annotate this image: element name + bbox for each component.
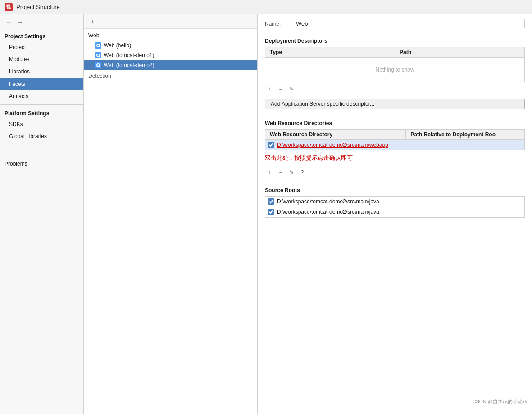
detail-panel: Name: Deployment Descriptors Type Path N… — [258, 14, 532, 414]
sidebar-item-global-libraries[interactable]: Global Libraries — [0, 130, 83, 143]
tree-detection-label: Detection — [84, 70, 257, 82]
deployment-mini-toolbar: + − ✎ — [258, 82, 532, 96]
tree-add-button[interactable]: + — [87, 17, 97, 27]
tree-item-web-tomcat-demo1[interactable]: Web (tomcat-demo1) — [84, 50, 257, 60]
nothing-to-show: Nothing to show — [265, 58, 524, 82]
web-facet-icon-demo1 — [95, 52, 102, 59]
name-row: Name: — [258, 14, 532, 33]
project-settings-header: Project Settings — [0, 30, 83, 41]
sr-row-1: D:\workspace\tomcat-demo2\src\main\java — [265, 207, 524, 217]
wr-help-btn[interactable]: ? — [297, 167, 307, 177]
sidebar-item-project[interactable]: Project — [0, 41, 83, 54]
project-structure-window: 🏗 Project Structure ← → Project Settings… — [0, 0, 532, 414]
sr-row-0-checkbox[interactable] — [268, 198, 274, 205]
back-button[interactable]: ← — [4, 17, 14, 27]
tree-panel: + − Web Web (hello) Web (tomcat-demo1) — [84, 14, 258, 414]
wr-row-checkbox[interactable] — [268, 142, 274, 148]
watermark: CSDN @自学cs的小菜鸡 — [473, 398, 527, 405]
sidebar-item-facets[interactable]: Facets — [0, 78, 83, 90]
web-resource-title: Web Resource Directories — [258, 116, 532, 129]
wr-row-path[interactable]: D:\workspace\tomcat-demo2\src\main\webap… — [277, 142, 388, 148]
nav-buttons: ← → — [0, 14, 83, 30]
source-roots-title: Source Roots — [258, 183, 532, 196]
sidebar-item-modules[interactable]: Modules — [0, 54, 83, 66]
sidebar-item-problems[interactable]: Problems — [0, 159, 83, 169]
wr-add-btn[interactable]: + — [265, 167, 275, 177]
window-title: Project Structure — [16, 4, 60, 10]
sr-row-0-path: D:\workspace\tomcat-demo2\src\main\java — [277, 198, 379, 205]
name-input[interactable] — [293, 19, 525, 28]
deployment-edit-btn[interactable]: ✎ — [286, 84, 296, 94]
tree-item-web-tomcat-demo2[interactable]: Web (tomcat-demo2) — [84, 60, 257, 70]
deployment-descriptors-title: Deployment Descriptors — [258, 33, 532, 47]
tree-item-label-demo2: Web (tomcat-demo2) — [104, 62, 154, 68]
main-content: ← → Project Settings Project Modules Lib… — [0, 14, 532, 414]
tree-item-web-hello[interactable]: Web (hello) — [84, 40, 257, 50]
sidebar-divider-1 — [0, 104, 83, 105]
wr-table: Web Resource Directory Path Relative to … — [265, 129, 525, 150]
tree-item-label-hello: Web (hello) — [104, 42, 131, 49]
deployment-add-btn[interactable]: + — [265, 84, 275, 94]
sr-row-1-path: D:\workspace\tomcat-demo2\src\main\java — [277, 209, 379, 215]
type-header: Type — [265, 47, 395, 57]
deployment-table: Type Path Nothing to show — [265, 47, 525, 82]
tree-item-label-demo1: Web (tomcat-demo1) — [104, 52, 154, 58]
sr-table: D:\workspace\tomcat-demo2\src\main\java … — [265, 196, 525, 218]
wr-dir-header: Web Resource Directory — [265, 130, 406, 140]
forward-button[interactable]: → — [15, 17, 25, 27]
sidebar-item-artifacts[interactable]: Artifacts — [0, 90, 83, 103]
tree-content: Web Web (hello) Web (tomcat-demo1) — [84, 29, 257, 414]
add-descriptor-button[interactable]: Add Application Server specific descript… — [265, 99, 525, 109]
web-facet-icon-hello — [95, 42, 102, 49]
sr-row-0: D:\workspace\tomcat-demo2\src\main\java — [265, 197, 524, 207]
sidebar-item-sdks[interactable]: SDKs — [0, 118, 83, 130]
name-field-label: Name: — [265, 21, 287, 27]
tree-remove-button[interactable]: − — [99, 17, 109, 27]
source-roots-section: Source Roots D:\workspace\tomcat-demo2\s… — [258, 183, 532, 218]
tree-toolbar: + − — [84, 14, 257, 29]
wr-mini-toolbar: + − ✎ ? — [258, 166, 532, 179]
path-header: Path — [395, 47, 524, 57]
sr-row-1-checkbox[interactable] — [268, 209, 274, 215]
hint-text: 双击此处，按照提示点击确认即可 — [258, 150, 532, 166]
wr-path-header: Path Relative to Deployment Roo — [406, 130, 524, 140]
wr-table-header: Web Resource Directory Path Relative to … — [265, 130, 524, 140]
wr-edit-btn[interactable]: ✎ — [286, 167, 296, 177]
tree-group-web: Web — [84, 31, 257, 40]
titlebar: 🏗 Project Structure — [0, 0, 532, 14]
deployment-table-header: Type Path — [265, 47, 524, 58]
wr-row: D:\workspace\tomcat-demo2\src\main\webap… — [265, 140, 524, 150]
app-icon: 🏗 — [5, 3, 13, 11]
sidebar: ← → Project Settings Project Modules Lib… — [0, 14, 84, 414]
deployment-remove-btn[interactable]: − — [276, 84, 286, 94]
web-facet-icon-demo2 — [95, 62, 102, 69]
wr-remove-btn[interactable]: − — [276, 167, 286, 177]
web-resource-section: Web Resource Directories Web Resource Di… — [258, 116, 532, 166]
sidebar-item-libraries[interactable]: Libraries — [0, 66, 83, 78]
platform-settings-header: Platform Settings — [0, 107, 83, 118]
